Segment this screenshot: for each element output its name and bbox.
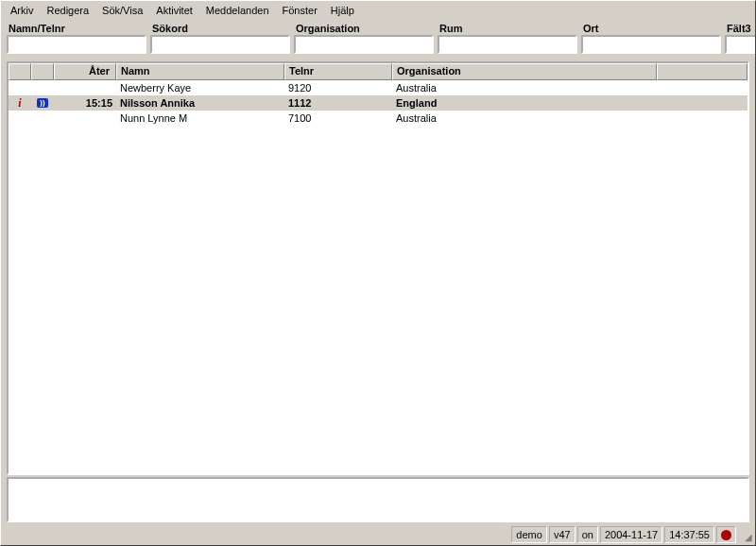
cell-namn: Nilsson Annika <box>116 97 284 109</box>
table-header: Åter Namn Telnr Organisation <box>9 63 747 80</box>
status-record[interactable] <box>716 526 736 543</box>
info-icon: i <box>9 96 31 111</box>
cell-namn: Nunn Lynne M <box>116 112 284 124</box>
col-snd[interactable] <box>31 63 54 80</box>
status-user: demo <box>511 526 547 543</box>
search-label: Namn/Telnr <box>7 22 146 35</box>
search-rum: Rum <box>438 22 577 54</box>
search-label: Ort <box>581 22 721 35</box>
menu-aktivitet[interactable]: Aktivitet <box>150 3 198 18</box>
search-ort: Ort <box>581 22 721 54</box>
search-label: Fält3 <box>725 22 756 35</box>
search-input-falt3[interactable] <box>725 35 756 54</box>
col-namn[interactable]: Namn <box>116 63 284 80</box>
search-sokord: Sökord <box>150 22 290 54</box>
cell-ater: 15:15 <box>54 97 116 109</box>
search-input-ort[interactable] <box>581 35 721 54</box>
table-body: Newberry Kaye9120Australiai))15:15Nilsso… <box>9 80 747 473</box>
menu-redigera[interactable]: Redigera <box>41 3 94 18</box>
status-date: 2004-11-17 <box>600 526 662 543</box>
col-extra[interactable] <box>657 63 747 80</box>
cell-telnr: 7100 <box>284 112 392 124</box>
menu-hjalp[interactable]: Hjälp <box>325 3 360 18</box>
search-falt3: Fält3 <box>725 22 756 54</box>
search-input-namn[interactable] <box>7 35 146 54</box>
col-telnr[interactable]: Telnr <box>284 63 392 80</box>
search-input-sokord[interactable] <box>150 35 290 54</box>
cell-org: Australia <box>392 82 657 94</box>
menu-sokvisa[interactable]: Sök/Visa <box>96 3 148 18</box>
search-label: Sökord <box>150 22 290 35</box>
search-input-organisation[interactable] <box>294 35 434 54</box>
status-time: 14:37:55 <box>664 526 714 543</box>
cell-namn: Newberry Kaye <box>116 82 284 94</box>
col-ater[interactable]: Åter <box>54 63 116 80</box>
status-day: on <box>577 526 598 543</box>
notes-panel <box>7 477 749 522</box>
menu-arkiv[interactable]: Arkiv <box>5 3 39 18</box>
menu-bar: Arkiv Redigera Sök/Visa Aktivitet Meddel… <box>1 1 755 20</box>
cell-org: Australia <box>392 112 657 124</box>
menu-meddelanden[interactable]: Meddelanden <box>200 3 275 18</box>
cell-telnr: 1112 <box>284 97 392 109</box>
col-info[interactable] <box>9 63 31 80</box>
table-row[interactable]: Nunn Lynne M7100Australia <box>9 111 747 126</box>
search-label: Organisation <box>294 22 434 35</box>
resize-grip-icon[interactable]: ◢ <box>738 526 753 543</box>
search-input-rum[interactable] <box>438 35 577 54</box>
table-row[interactable]: i))15:15Nilsson Annika1112England <box>9 95 747 111</box>
cell-telnr: 9120 <box>284 82 392 94</box>
sound-icon-cell: )) <box>31 98 54 108</box>
cell-org: England <box>392 97 657 109</box>
results-table: Åter Namn Telnr Organisation Newberry Ka… <box>7 61 749 475</box>
results-panel: Åter Namn Telnr Organisation Newberry Ka… <box>7 61 749 475</box>
sound-icon: )) <box>37 98 48 108</box>
search-namn-telnr: Namn/Telnr <box>7 22 146 54</box>
search-row: Namn/Telnr Sökord Organisation Rum Ort F… <box>1 20 755 58</box>
status-week: v47 <box>549 526 576 543</box>
notes-textarea[interactable] <box>7 477 749 522</box>
col-organisation[interactable]: Organisation <box>392 63 657 80</box>
menu-fonster[interactable]: Fönster <box>277 3 323 18</box>
search-organisation: Organisation <box>294 22 434 54</box>
status-bar: demo v47 on 2004-11-17 14:37:55 ◢ <box>1 524 755 545</box>
search-label: Rum <box>438 22 577 35</box>
table-row[interactable]: Newberry Kaye9120Australia <box>9 80 747 95</box>
status-spacer <box>3 526 509 543</box>
record-icon <box>721 530 731 540</box>
